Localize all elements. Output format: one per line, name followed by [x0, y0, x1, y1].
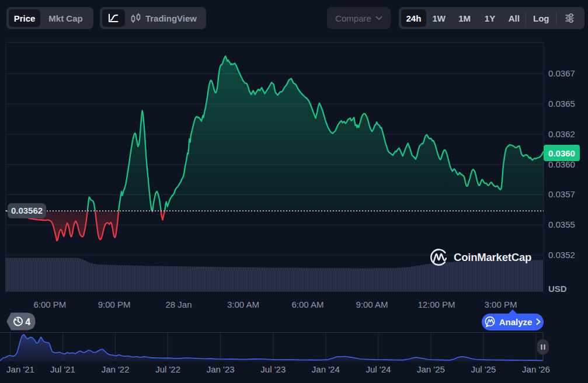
- svg-text:4: 4: [25, 317, 30, 327]
